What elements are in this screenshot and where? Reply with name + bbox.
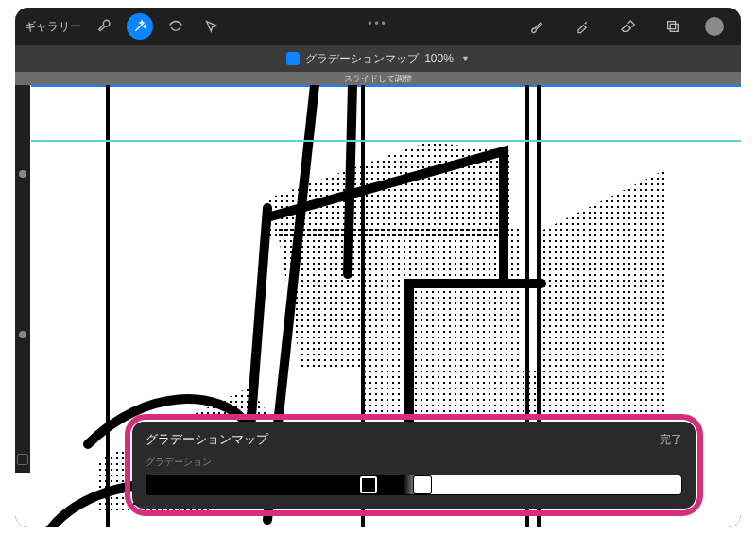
- undo-button[interactable]: [17, 454, 28, 465]
- more-icon[interactable]: •••: [368, 17, 388, 30]
- gallery-button[interactable]: ギャラリー: [25, 19, 81, 35]
- smudge-icon[interactable]: [569, 13, 595, 40]
- svg-rect-1: [670, 24, 678, 31]
- eraser-icon[interactable]: [614, 13, 641, 40]
- svg-rect-0: [668, 22, 676, 29]
- slide-hint: スライドして調整: [15, 72, 741, 85]
- move-icon[interactable]: [198, 13, 225, 40]
- top-toolbar: ギャラリー •••: [15, 8, 741, 45]
- layers-icon[interactable]: [660, 13, 686, 40]
- magic-wand-icon[interactable]: [127, 13, 153, 40]
- wrench-icon[interactable]: [91, 13, 117, 40]
- chevron-down-icon[interactable]: ▼: [461, 54, 470, 63]
- done-button[interactable]: 完了: [660, 432, 682, 448]
- opacity-knob[interactable]: [19, 331, 26, 338]
- gradient-slider[interactable]: [146, 475, 682, 495]
- adjustment-title: グラデーションマップ: [305, 51, 419, 67]
- panel-border: [106, 85, 110, 527]
- adjustment-percent: 100%: [424, 52, 454, 65]
- gradient-stop-white[interactable]: [414, 476, 431, 493]
- app-screen: ギャラリー •••: [15, 8, 741, 527]
- highlight-annotation: グラデーションマップ 完了 グラデーション: [125, 414, 703, 516]
- panel-title: グラデーションマップ: [146, 431, 268, 448]
- adjustment-bar[interactable]: グラデーションマップ 100% ▼: [15, 45, 741, 72]
- sidebar-sliders: [15, 85, 30, 473]
- brush-size-knob[interactable]: [19, 170, 26, 178]
- brush-icon[interactable]: [524, 13, 550, 40]
- gradient-stop-black[interactable]: [360, 476, 377, 493]
- selection-icon[interactable]: [163, 13, 189, 40]
- guide-line-cyan: [31, 140, 741, 142]
- color-swatch[interactable]: [705, 17, 724, 36]
- panel-section-label: グラデーション: [146, 456, 682, 469]
- reset-chip-icon[interactable]: [286, 52, 300, 65]
- gradient-map-panel: グラデーションマップ 完了 グラデーション: [132, 422, 696, 509]
